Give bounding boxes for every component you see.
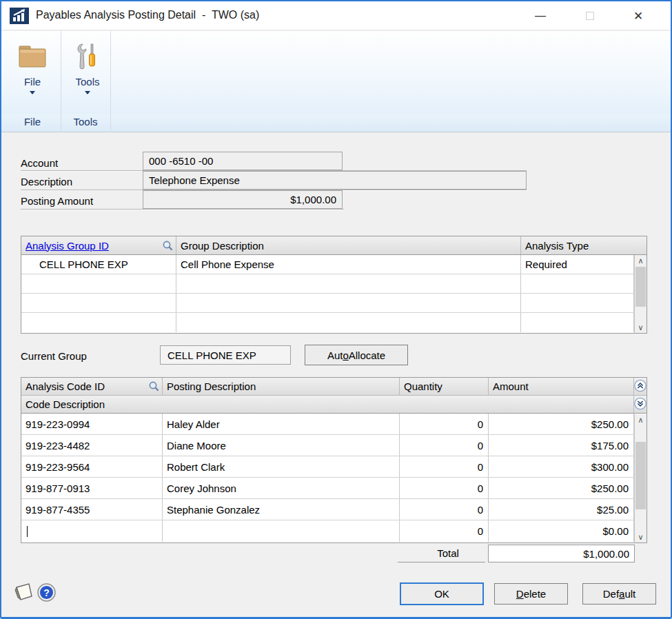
posting-description-cell[interactable]: Haley Alder bbox=[163, 414, 400, 434]
quantity-cell[interactable]: 0 bbox=[400, 478, 489, 498]
posting-amount-label: Posting Amount bbox=[21, 195, 93, 207]
analysis-type-cell[interactable] bbox=[521, 274, 634, 293]
analysis-type-cell[interactable] bbox=[521, 313, 634, 332]
total-amount-field: $1,000.00 bbox=[488, 545, 635, 562]
app-chart-icon bbox=[10, 8, 29, 24]
file-button-label: File bbox=[24, 76, 41, 88]
ribbon-separator bbox=[61, 31, 61, 132]
app-window: Payables Analysis Posting Detail - TWO (… bbox=[0, 0, 672, 619]
note-button[interactable] bbox=[12, 581, 34, 606]
scrollbar-thumb[interactable] bbox=[635, 442, 646, 509]
description-field[interactable]: Telephone Expense bbox=[143, 171, 527, 190]
group-description-cell[interactable] bbox=[176, 274, 521, 293]
auto-allocate-label-pre: Aut bbox=[327, 349, 343, 361]
analysis-group-id-header[interactable]: Analysis Group ID bbox=[21, 236, 176, 254]
group-table-scrollbar[interactable]: ∧ ∨ bbox=[634, 255, 646, 333]
help-button[interactable]: ? bbox=[37, 583, 56, 605]
group-description-cell[interactable] bbox=[176, 294, 521, 312]
divider bbox=[21, 209, 344, 210]
collapse-rows-button[interactable] bbox=[634, 378, 646, 395]
group-description-cell[interactable]: Cell Phone Expense bbox=[176, 255, 521, 274]
quantity-cell[interactable]: 0 bbox=[400, 435, 489, 456]
analysis-code-id-header[interactable]: Analysis Code ID bbox=[21, 378, 163, 395]
amount-cell[interactable]: $250.00 bbox=[489, 478, 634, 498]
quantity-cell[interactable]: 0 bbox=[400, 414, 489, 434]
account-label: Account bbox=[21, 157, 58, 169]
group-description-header: Group Description bbox=[176, 236, 521, 254]
amount-cell[interactable]: $300.00 bbox=[489, 456, 634, 477]
ok-button-label: OK bbox=[434, 588, 449, 600]
maximize-button[interactable] bbox=[575, 1, 605, 30]
text-caret bbox=[27, 526, 28, 537]
scroll-down-icon[interactable]: ∨ bbox=[635, 322, 646, 333]
code-table-scrollbar[interactable]: ∧ ∨ bbox=[634, 414, 646, 542]
scrollbar-thumb[interactable] bbox=[635, 267, 646, 307]
auto-allocate-button[interactable]: Auto Allocate bbox=[305, 345, 408, 365]
window-title: Payables Analysis Posting Detail - TWO (… bbox=[36, 9, 259, 21]
analysis-type-header: Analysis Type bbox=[521, 236, 646, 254]
amount-cell[interactable]: $0.00 bbox=[489, 520, 634, 542]
default-label-post: ult bbox=[624, 588, 635, 600]
analysis-type-cell[interactable] bbox=[521, 294, 634, 312]
analysis-type-cell[interactable]: Required bbox=[521, 255, 634, 274]
amount-cell[interactable]: $250.00 bbox=[489, 414, 634, 434]
code-id-cell[interactable]: 919-223-0994 bbox=[21, 414, 163, 434]
code-id-cell[interactable]: 919-877-0913 bbox=[21, 478, 163, 498]
delete-button[interactable]: Delete bbox=[494, 583, 568, 605]
lookup-icon[interactable] bbox=[148, 380, 160, 392]
minimize-button[interactable]: — bbox=[525, 1, 556, 30]
analysis-group-id-link[interactable]: Analysis Group ID bbox=[26, 240, 109, 252]
maximize-icon bbox=[586, 12, 594, 20]
code-id-cell-active[interactable] bbox=[21, 520, 163, 542]
code-id-cell[interactable]: 919-877-4355 bbox=[21, 499, 163, 520]
posting-description-cell[interactable]: Diane Moore bbox=[163, 435, 400, 456]
close-icon: ✕ bbox=[633, 9, 643, 23]
svg-text:?: ? bbox=[43, 587, 50, 598]
posting-description-cell[interactable]: Robert Clark bbox=[163, 456, 400, 477]
chevron-down-icon bbox=[30, 91, 35, 94]
expand-rows-button[interactable] bbox=[634, 396, 646, 413]
posting-amount-field[interactable]: $1,000.00 bbox=[143, 190, 343, 209]
amount-cell[interactable]: $175.00 bbox=[489, 435, 634, 456]
file-menu-button[interactable]: File bbox=[8, 33, 57, 112]
posting-description-header: Posting Description bbox=[163, 378, 400, 395]
tools-menu-button[interactable]: Tools bbox=[63, 33, 112, 112]
group-id-cell[interactable] bbox=[21, 274, 176, 293]
group-id-cell[interactable] bbox=[21, 294, 176, 312]
tools-icon bbox=[72, 39, 103, 73]
posting-description-cell[interactable]: Stephanie Gonzalez bbox=[163, 499, 400, 520]
title-bar: Payables Analysis Posting Detail - TWO (… bbox=[1, 1, 671, 30]
lookup-icon[interactable] bbox=[162, 240, 174, 252]
analysis-code-table: Analysis Code ID Posting Description Qua… bbox=[21, 377, 647, 543]
group-id-cell[interactable]: CELL PHONE EXP bbox=[21, 255, 176, 274]
group-description-cell[interactable] bbox=[176, 313, 521, 332]
code-id-cell[interactable]: 919-223-9564 bbox=[21, 456, 163, 477]
quantity-cell[interactable]: 0 bbox=[400, 520, 489, 542]
file-group-label: File bbox=[8, 116, 57, 128]
posting-description-cell[interactable]: Corey Johnson bbox=[163, 478, 400, 498]
auto-allocate-accesskey: o bbox=[343, 349, 348, 361]
default-button[interactable]: Default bbox=[582, 583, 656, 605]
double-chevron-down-icon bbox=[634, 397, 646, 410]
code-id-cell[interactable]: 919-223-4482 bbox=[21, 435, 163, 456]
account-field[interactable]: 000 -6510 -00 bbox=[143, 152, 343, 170]
total-label: Total bbox=[415, 547, 481, 559]
minimize-icon: — bbox=[535, 10, 546, 22]
analysis-code-id-label: Analysis Code ID bbox=[26, 380, 105, 392]
group-id-cell[interactable] bbox=[21, 313, 176, 332]
posting-description-cell[interactable] bbox=[163, 520, 400, 542]
amount-cell[interactable]: $25.00 bbox=[489, 499, 634, 520]
quantity-cell[interactable]: 0 bbox=[400, 499, 489, 520]
tools-group-label: Tools bbox=[63, 116, 108, 128]
help-icon: ? bbox=[37, 583, 56, 602]
scroll-down-icon[interactable]: ∨ bbox=[635, 531, 646, 542]
quantity-cell[interactable]: 0 bbox=[400, 456, 489, 477]
scroll-up-icon[interactable]: ∧ bbox=[635, 414, 646, 425]
code-description-header: Code Description bbox=[21, 396, 634, 413]
current-group-field[interactable]: CELL PHONE EXP bbox=[160, 345, 291, 365]
delete-accesskey: D bbox=[516, 588, 524, 600]
close-button[interactable]: ✕ bbox=[623, 1, 653, 30]
ok-button[interactable]: OK bbox=[400, 582, 484, 605]
description-label: Description bbox=[21, 176, 72, 187]
scroll-up-icon[interactable]: ∧ bbox=[635, 255, 646, 266]
